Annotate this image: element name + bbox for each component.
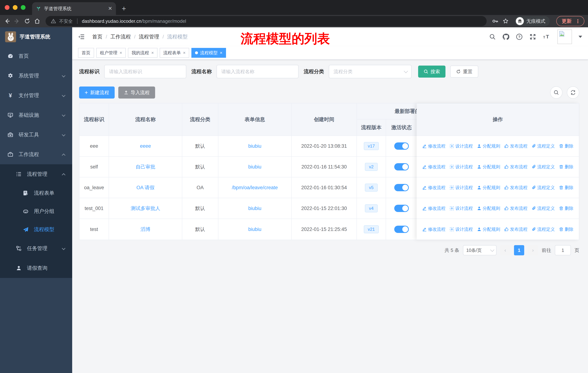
prev-page-button[interactable]: ‹	[500, 245, 510, 255]
version-badge[interactable]: v5	[365, 184, 378, 192]
version-badge[interactable]: v4	[365, 204, 378, 212]
breadcrumb-home[interactable]: 首页	[92, 33, 102, 40]
close-icon[interactable]: ×	[183, 50, 186, 55]
bookmark-star-icon[interactable]	[502, 18, 509, 24]
new-tab-button[interactable]: +	[122, 5, 126, 15]
home-button[interactable]	[34, 18, 41, 24]
back-button[interactable]	[4, 18, 10, 24]
help-icon[interactable]: ?	[516, 33, 523, 40]
security-warning-icon[interactable]	[51, 18, 56, 24]
form-info-link[interactable]: /bpm/oa/leave/create	[232, 185, 278, 191]
tag-process-model[interactable]: 流程模型×	[191, 48, 226, 58]
sidebar-item-system[interactable]: 系统管理	[0, 66, 72, 86]
close-window-button[interactable]	[5, 5, 10, 10]
action-publish-link[interactable]: 发布流程	[504, 143, 527, 149]
version-badge[interactable]: v21	[364, 225, 379, 233]
key-icon[interactable]	[492, 18, 499, 25]
action-publish-link[interactable]: 发布流程	[504, 205, 527, 211]
sidebar-item-workflow[interactable]: 工作流程	[0, 145, 72, 164]
action-design-link[interactable]: 设计流程	[450, 185, 473, 191]
next-page-button[interactable]: ›	[528, 245, 538, 255]
action-design-link[interactable]: 设计流程	[450, 205, 473, 211]
sidebar-item-dev-tools[interactable]: 研发工具	[0, 125, 72, 145]
github-icon[interactable]	[502, 33, 509, 40]
breadcrumb-workflow[interactable]: 工作流程	[110, 33, 131, 40]
minimize-window-button[interactable]	[13, 5, 18, 10]
action-delete-link[interactable]: 删除	[559, 143, 573, 149]
form-info-link[interactable]: biubiu	[248, 164, 261, 170]
action-definition-link[interactable]: 流程定义	[532, 143, 555, 149]
form-info-link[interactable]: biubiu	[248, 206, 261, 211]
active-toggle[interactable]	[394, 205, 409, 212]
sidebar-item-payment[interactable]: ¥ 支付管理	[0, 86, 72, 105]
action-definition-link[interactable]: 流程定义	[532, 185, 555, 191]
search-button[interactable]: 搜索	[418, 66, 445, 78]
sidebar-item-process-model[interactable]: 流程模型	[0, 220, 72, 239]
form-info-link[interactable]: biubiu	[248, 227, 261, 232]
action-delete-link[interactable]: 删除	[559, 185, 573, 191]
action-definition-link[interactable]: 流程定义	[532, 164, 555, 170]
avatar[interactable]	[557, 30, 572, 44]
action-publish-link[interactable]: 发布流程	[504, 226, 527, 232]
version-badge[interactable]: v2	[365, 163, 378, 171]
fullscreen-icon[interactable]	[529, 33, 536, 40]
browser-update-button[interactable]: 更新 ⋮	[556, 16, 584, 26]
action-publish-link[interactable]: 发布流程	[504, 185, 527, 191]
active-toggle[interactable]	[394, 163, 409, 171]
tag-home[interactable]: 首页	[78, 48, 94, 58]
active-toggle[interactable]	[394, 142, 409, 150]
goto-page-input[interactable]	[555, 245, 571, 255]
action-assign-rule-link[interactable]: 分配规则	[477, 205, 500, 211]
sidebar-item-task-management[interactable]: 任务管理	[0, 239, 72, 258]
action-assign-rule-link[interactable]: 分配规则	[477, 226, 500, 232]
model-name-link[interactable]: 测试多审批人	[131, 205, 160, 212]
sidebar-item-leave-query[interactable]: 请假查询	[0, 258, 72, 278]
browser-tab[interactable]: 芋道管理系统 ✕	[32, 2, 116, 15]
action-edit-link[interactable]: 修改流程	[422, 185, 445, 191]
action-edit-link[interactable]: 修改流程	[422, 226, 445, 232]
form-info-link[interactable]: biubiu	[248, 143, 261, 149]
action-assign-rule-link[interactable]: 分配规则	[477, 185, 500, 191]
close-icon[interactable]: ×	[151, 50, 154, 55]
model-name-link[interactable]: eeee	[140, 143, 151, 149]
window-controls[interactable]	[5, 5, 26, 10]
forward-button[interactable]	[14, 18, 21, 24]
breadcrumb-process-management[interactable]: 流程管理	[139, 33, 159, 40]
model-name-link[interactable]: OA 请假	[136, 184, 154, 191]
close-icon[interactable]: ×	[220, 50, 222, 55]
tag-tenant[interactable]: 租户管理×	[96, 48, 126, 58]
sidebar-item-process-management[interactable]: 流程管理	[0, 164, 72, 184]
action-publish-link[interactable]: 发布流程	[504, 164, 527, 170]
import-process-button[interactable]: 导入流程	[118, 87, 155, 99]
process-key-input[interactable]	[104, 65, 186, 78]
action-design-link[interactable]: 设计流程	[450, 143, 473, 149]
action-assign-rule-link[interactable]: 分配规则	[477, 164, 500, 170]
model-name-link[interactable]: 自己审批	[136, 163, 155, 170]
maximize-window-button[interactable]	[21, 5, 26, 10]
model-name-link[interactable]: 滔博	[141, 226, 150, 232]
table-refresh-icon[interactable]	[567, 86, 579, 99]
sidebar-collapse-icon[interactable]	[78, 33, 85, 40]
action-edit-link[interactable]: 修改流程	[422, 164, 445, 170]
active-toggle[interactable]	[394, 226, 409, 233]
table-search-toggle-icon[interactable]	[550, 86, 562, 99]
sidebar-item-home[interactable]: 首页	[0, 46, 72, 66]
process-name-input[interactable]	[217, 65, 299, 78]
action-definition-link[interactable]: 流程定义	[532, 205, 555, 211]
tag-my-process[interactable]: 我的流程×	[128, 48, 158, 58]
action-edit-link[interactable]: 修改流程	[422, 143, 445, 149]
tab-close-icon[interactable]: ✕	[108, 6, 112, 11]
action-delete-link[interactable]: 删除	[559, 164, 573, 170]
tag-process-form[interactable]: 流程表单×	[160, 48, 189, 58]
page-size-select[interactable]: 10条/页	[463, 245, 496, 255]
action-design-link[interactable]: 设计流程	[450, 226, 473, 232]
avatar-caret-icon[interactable]	[578, 36, 582, 38]
search-icon[interactable]	[489, 33, 496, 40]
action-assign-rule-link[interactable]: 分配规则	[477, 143, 500, 149]
reset-button[interactable]: 重置	[450, 66, 478, 78]
sidebar-item-infrastructure[interactable]: 基础设施	[0, 105, 72, 125]
process-category-select[interactable]: 流程分类	[329, 65, 411, 78]
action-delete-link[interactable]: 删除	[559, 205, 573, 211]
version-badge[interactable]: v17	[364, 142, 379, 150]
action-design-link[interactable]: 设计流程	[450, 164, 473, 170]
